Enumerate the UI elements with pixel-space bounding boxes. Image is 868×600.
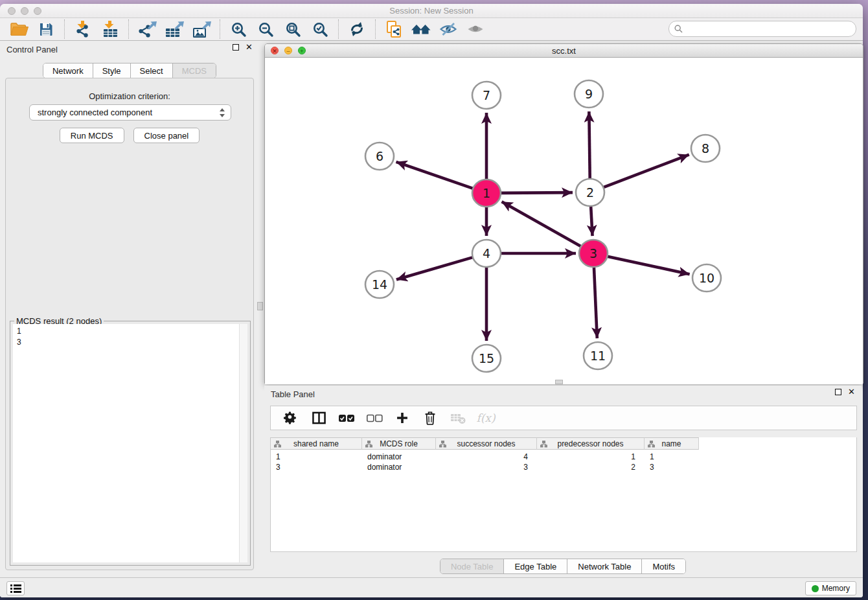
horizontal-splitter-handle[interactable] bbox=[555, 380, 563, 384]
tab-network[interactable]: Network bbox=[43, 63, 93, 78]
zoom-in-button[interactable] bbox=[225, 19, 252, 40]
import-table-button[interactable] bbox=[97, 19, 124, 40]
table-tab-network-table[interactable]: Network Table bbox=[567, 559, 642, 573]
network-window-titlebar[interactable]: scc.txt bbox=[265, 44, 863, 58]
graph-node-8[interactable]: 8 bbox=[691, 135, 720, 162]
table-row[interactable]: 1dominator411 bbox=[271, 452, 856, 462]
deselect-all-rows-button[interactable] bbox=[363, 408, 385, 428]
column-header-MCDS-role[interactable]: MCDS role bbox=[362, 437, 436, 450]
show-graphics-details-button[interactable] bbox=[462, 19, 489, 40]
graph-edge-1-2[interactable] bbox=[501, 192, 573, 193]
table-cell[interactable]: 3 bbox=[645, 462, 699, 472]
graph-node-14[interactable]: 14 bbox=[365, 271, 394, 298]
main-titlebar[interactable]: Session: New Session bbox=[0, 4, 863, 18]
table-cell[interactable]: 4 bbox=[436, 452, 537, 462]
minimize-window-button[interactable] bbox=[21, 7, 29, 15]
select-all-rows-button[interactable] bbox=[336, 408, 358, 428]
table-cell[interactable]: 1 bbox=[645, 452, 699, 462]
table-tab-node-table[interactable]: Node Table bbox=[440, 559, 505, 573]
tab-style[interactable]: Style bbox=[93, 63, 131, 78]
mcds-result-text[interactable]: 1 3 bbox=[13, 324, 247, 562]
graph-node-15[interactable]: 15 bbox=[472, 345, 501, 372]
table-cell[interactable]: dominator bbox=[362, 462, 436, 472]
export-image-button[interactable] bbox=[188, 19, 215, 40]
table-tab-edge-table[interactable]: Edge Table bbox=[504, 559, 567, 573]
table-cell[interactable]: 1 bbox=[271, 452, 362, 462]
network-window-traffic-lights bbox=[271, 47, 306, 54]
import-network-icon bbox=[74, 20, 91, 38]
duplicate-network-button[interactable] bbox=[380, 19, 407, 40]
split-panel-button[interactable] bbox=[308, 408, 330, 428]
mcds-result-groupbox: MCDS result (2 nodes) 1 3 bbox=[10, 321, 251, 566]
graph-node-label: 9 bbox=[585, 87, 593, 101]
graph-node-4[interactable]: 4 bbox=[472, 240, 501, 267]
zoom-window-button[interactable] bbox=[34, 7, 41, 15]
close-window-button[interactable] bbox=[8, 7, 16, 15]
column-settings-button[interactable] bbox=[280, 408, 302, 428]
graph-node-label: 2 bbox=[586, 185, 594, 200]
memory-button[interactable]: Memory bbox=[805, 581, 856, 595]
graph-node-3[interactable]: 3 bbox=[579, 240, 608, 267]
graph-edge-1-6[interactable] bbox=[396, 162, 474, 189]
graph-edge-2-9[interactable] bbox=[589, 111, 589, 178]
close-table-panel-icon[interactable]: ✕ bbox=[848, 389, 855, 395]
table-tab-motifs[interactable]: Motifs bbox=[642, 559, 685, 573]
graph-edge-3-11[interactable] bbox=[594, 268, 597, 338]
graph-edge-3-1[interactable] bbox=[502, 202, 581, 246]
column-type-icon bbox=[365, 441, 372, 450]
search-field[interactable] bbox=[668, 21, 856, 37]
export-table-button[interactable] bbox=[161, 19, 188, 40]
graph-node-7[interactable]: 7 bbox=[472, 82, 501, 109]
graph-edge-2-8[interactable] bbox=[604, 155, 689, 188]
tab-select[interactable]: Select bbox=[131, 63, 173, 78]
graph-edge-3-10[interactable] bbox=[607, 257, 689, 275]
graph-node-11[interactable]: 11 bbox=[584, 342, 612, 369]
graph-node-10[interactable]: 10 bbox=[692, 264, 721, 292]
run-mcds-button[interactable]: Run MCDS bbox=[60, 128, 124, 143]
graph-node-2[interactable]: 2 bbox=[576, 179, 604, 206]
column-header-predecessor-nodes[interactable]: predecessor nodes bbox=[537, 437, 645, 450]
close-panel-icon[interactable]: ✕ bbox=[246, 44, 253, 51]
table-cell[interactable]: dominator bbox=[362, 452, 436, 462]
add-column-button[interactable] bbox=[391, 408, 413, 428]
graph-edge-2-3[interactable] bbox=[591, 207, 592, 236]
export-network-button[interactable] bbox=[133, 19, 161, 40]
table-cell[interactable]: 2 bbox=[537, 462, 645, 472]
table-cell[interactable]: 3 bbox=[271, 462, 362, 472]
float-table-panel-icon[interactable] bbox=[835, 389, 841, 395]
save-session-button[interactable] bbox=[32, 19, 60, 40]
table-row[interactable]: 3dominator323 bbox=[271, 462, 856, 472]
table-cell[interactable]: 1 bbox=[537, 452, 645, 462]
zoom-out-icon bbox=[258, 21, 274, 38]
close-panel-button[interactable]: Close panel bbox=[133, 128, 200, 143]
criterion-dropdown[interactable]: strongly connected component bbox=[29, 104, 231, 121]
graph-node-9[interactable]: 9 bbox=[575, 80, 603, 108]
float-panel-icon[interactable] bbox=[233, 44, 239, 51]
graph-edge-4-14[interactable] bbox=[396, 257, 473, 279]
import-network-button[interactable] bbox=[69, 19, 97, 40]
result-scrollbar[interactable] bbox=[239, 324, 247, 562]
graph-node-1[interactable]: 1 bbox=[472, 179, 501, 207]
network-canvas[interactable]: 7968124314101511 bbox=[265, 58, 863, 384]
zoom-out-button[interactable] bbox=[252, 19, 279, 40]
graph-node-6[interactable]: 6 bbox=[365, 143, 394, 170]
refresh-view-button[interactable] bbox=[343, 19, 371, 40]
network-minimize-button[interactable] bbox=[284, 47, 292, 54]
open-file-button[interactable] bbox=[5, 19, 32, 40]
network-zoom-button[interactable] bbox=[298, 47, 306, 54]
column-header-name[interactable]: name bbox=[645, 437, 699, 450]
task-history-button[interactable] bbox=[6, 581, 25, 595]
column-header-shared-name[interactable]: shared name bbox=[271, 437, 362, 450]
hide-graphics-details-button[interactable] bbox=[435, 19, 462, 40]
zoom-selected-button[interactable] bbox=[306, 19, 334, 40]
search-input[interactable] bbox=[686, 24, 856, 34]
column-header-successor-nodes[interactable]: successor nodes bbox=[436, 437, 537, 450]
table-cell[interactable]: 3 bbox=[436, 462, 537, 472]
delete-column-button[interactable] bbox=[419, 408, 441, 428]
tab-mcds[interactable]: MCDS bbox=[173, 63, 216, 78]
network-close-button[interactable] bbox=[271, 47, 279, 54]
zoom-fit-button[interactable] bbox=[279, 19, 306, 40]
vertical-splitter-handle[interactable] bbox=[257, 302, 263, 310]
browser-home-button[interactable] bbox=[407, 19, 435, 40]
hide-graphics-details-icon bbox=[439, 21, 457, 37]
